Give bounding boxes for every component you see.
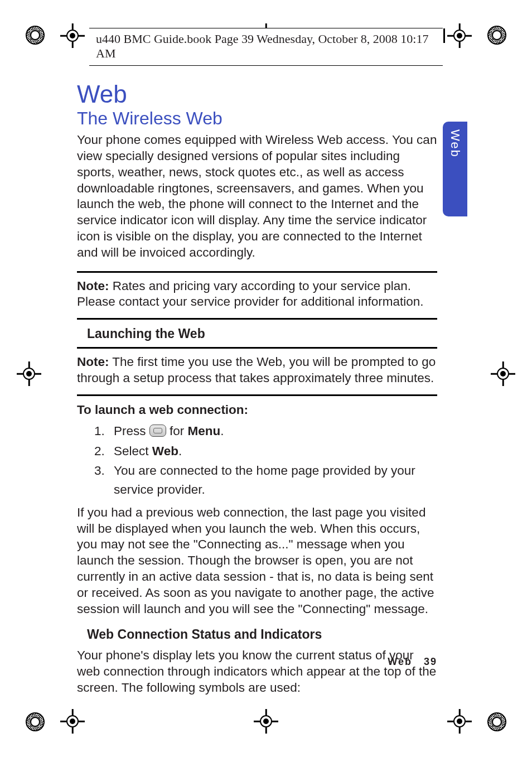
crop-mark-icon [487, 26, 506, 45]
procedure-list: Press for Menu. Select Web. You are conn… [108, 422, 437, 499]
rule-icon [77, 347, 437, 349]
list-item: You are connected to the home page provi… [108, 461, 437, 499]
step-bold: Web [152, 444, 178, 458]
heading-to-launch: To launch a web connection: [77, 403, 437, 417]
step-text: . [178, 444, 182, 458]
heading-wireless-web: The Wireless Web [77, 108, 437, 129]
paragraph-previous-connection: If you had a previous web connection, th… [77, 505, 437, 618]
rule-icon [77, 318, 437, 320]
nav-key-icon [149, 425, 166, 437]
heading-web: Web [77, 81, 437, 107]
note-text: Rates and pricing vary according to your… [77, 279, 424, 309]
intro-paragraph: Your phone comes equipped with Wireless … [77, 132, 437, 261]
note-rates: Note: Rates and pricing vary according t… [77, 278, 437, 311]
step-text: Select [114, 444, 152, 458]
step-text: Press [114, 424, 149, 438]
step-text: for [166, 424, 188, 438]
rule-icon [77, 394, 437, 396]
list-item: Press for Menu. [108, 422, 437, 441]
note-label: Note: [77, 279, 109, 293]
section-tab: Web [443, 122, 467, 216]
step-text: You are connected to the home page provi… [114, 464, 415, 496]
note-label: Note: [77, 355, 109, 369]
crop-mark-icon [26, 712, 45, 731]
crop-mark-icon [26, 26, 45, 45]
registration-mark-icon [17, 361, 41, 386]
registration-mark-icon [447, 709, 472, 734]
rule-icon [77, 271, 437, 273]
registration-mark-icon [447, 23, 472, 48]
registration-mark-icon [491, 361, 515, 386]
step-text: . [220, 424, 224, 438]
registration-mark-icon [60, 709, 85, 734]
registration-mark-icon [254, 709, 278, 734]
heading-launching-web: Launching the Web [87, 326, 437, 341]
registration-mark-icon [60, 23, 85, 48]
crop-mark-icon [487, 712, 506, 731]
heading-connection-status: Web Connection Status and Indicators [87, 627, 437, 642]
step-bold: Menu [188, 424, 221, 438]
running-head: u440 BMC Guide.book Page 39 Wednesday, O… [89, 28, 443, 66]
section-tab-label: Web [448, 122, 462, 158]
page-content: Web The Wireless Web Your phone comes eq… [77, 81, 437, 706]
note-text: The first time you use the Web, you will… [77, 355, 436, 385]
list-item: Select Web. [108, 442, 437, 461]
note-first-time: Note: The first time you use the Web, yo… [77, 354, 437, 387]
paragraph-status: Your phone's display lets you know the c… [77, 648, 437, 696]
